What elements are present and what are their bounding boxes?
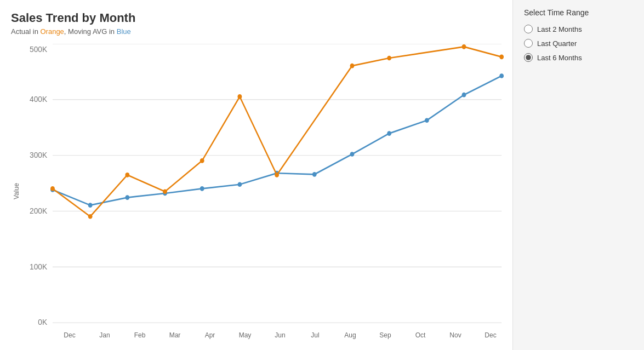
svg-point-34	[462, 44, 466, 49]
x-axis-label: Jan	[88, 331, 121, 339]
sidebar: Select Time Range Last 2 MonthsLast Quar…	[512, 0, 644, 350]
svg-text:200K: 200K	[30, 206, 47, 215]
time-range-radio-group: Last 2 MonthsLast QuarterLast 6 Months	[524, 25, 633, 62]
x-axis-label: Sep	[369, 331, 402, 339]
svg-point-17	[237, 182, 242, 187]
radio-label-quarter: Last Quarter	[537, 39, 577, 48]
svg-point-14	[125, 195, 129, 200]
radio-label-6months: Last 6 Months	[537, 54, 582, 62]
radio-6months[interactable]	[524, 53, 533, 62]
radio-item-quarter[interactable]: Last Quarter	[524, 39, 633, 48]
svg-point-25	[50, 186, 55, 191]
svg-text:100K: 100K	[30, 262, 47, 271]
x-axis-labels: DecJanFebMarAprMayJunJulAugSepOctNovDec	[23, 329, 507, 339]
x-axis-label: Apr	[193, 331, 226, 339]
chart-title: Sales Trend by Month	[11, 11, 507, 25]
x-axis-label: Feb	[123, 331, 156, 339]
sidebar-title: Select Time Range	[524, 8, 633, 17]
y-axis-label: Value	[11, 44, 22, 339]
chart-section: Sales Trend by Month Actual in Orange, M…	[0, 0, 512, 350]
svg-point-19	[312, 172, 317, 177]
svg-point-33	[387, 56, 391, 61]
x-axis-label: Dec	[474, 331, 507, 339]
svg-text:400K: 400K	[30, 95, 47, 104]
radio-label-2months: Last 2 Months	[537, 25, 582, 33]
subtitle-blue: Blue	[117, 27, 131, 36]
svg-point-21	[387, 131, 391, 136]
svg-point-23	[462, 93, 466, 97]
svg-point-28	[163, 189, 167, 194]
svg-point-16	[200, 186, 204, 191]
x-axis-label: Jun	[264, 331, 297, 339]
x-axis-label: Jul	[299, 331, 332, 339]
x-axis-label: Aug	[334, 331, 367, 339]
x-axis-label: Mar	[158, 331, 191, 339]
chart-plot-area: 0K 100K 200K 300K 400K 500K	[23, 44, 507, 329]
svg-text:0K: 0K	[38, 318, 47, 327]
svg-text:300K: 300K	[30, 150, 47, 159]
svg-point-27	[125, 173, 129, 177]
chart-inner: 0K 100K 200K 300K 400K 500K	[23, 44, 507, 339]
radio-item-6months[interactable]: Last 6 Months	[524, 53, 633, 62]
svg-point-22	[425, 118, 429, 123]
svg-point-13	[88, 203, 93, 208]
x-axis-label: Nov	[439, 331, 472, 339]
x-axis-label: May	[229, 331, 261, 339]
svg-point-20	[350, 152, 355, 157]
x-axis-label: Dec	[53, 331, 86, 339]
svg-text:500K: 500K	[30, 45, 47, 54]
svg-point-30	[237, 94, 242, 99]
svg-point-26	[88, 214, 93, 219]
svg-point-24	[499, 73, 504, 78]
radio-item-2months[interactable]: Last 2 Months	[524, 25, 633, 33]
radio-quarter[interactable]	[524, 39, 533, 48]
svg-point-35	[499, 55, 504, 60]
svg-point-32	[350, 64, 355, 68]
chart-wrapper: Value 0K 100K 2	[11, 44, 507, 339]
svg-point-29	[200, 158, 204, 163]
x-axis-label: Oct	[404, 331, 437, 339]
svg-point-31	[275, 173, 279, 177]
chart-svg: 0K 100K 200K 300K 400K 500K	[23, 44, 507, 329]
subtitle-orange: Orange	[40, 27, 64, 36]
chart-subtitle: Actual in Orange, Moving AVG in Blue	[11, 27, 507, 36]
radio-2months[interactable]	[524, 25, 533, 33]
